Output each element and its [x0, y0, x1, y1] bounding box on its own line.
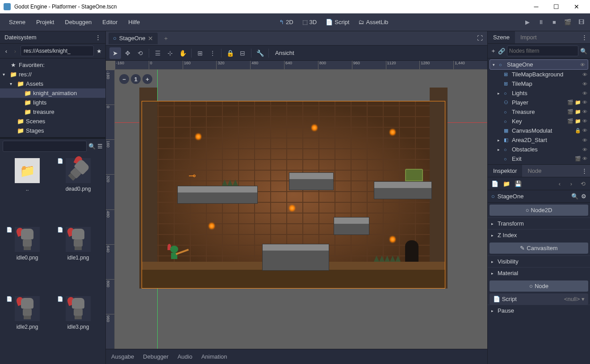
- play-button[interactable]: ▶: [522, 17, 533, 28]
- fs-tree-item[interactable]: 📁knight_animation: [0, 88, 105, 98]
- close-button[interactable]: ✕: [566, 0, 586, 13]
- fs-tree-item[interactable]: ▾📁Assets: [0, 79, 105, 88]
- file-item[interactable]: 📄idle2.png: [3, 294, 52, 361]
- pause-button[interactable]: ⏸: [536, 17, 546, 28]
- scene-node[interactable]: ○Treasure🎬 📁 👁: [488, 107, 590, 117]
- minimize-button[interactable]: ─: [526, 0, 546, 13]
- select-tool[interactable]: ➤: [109, 47, 121, 59]
- scene-node[interactable]: ▸○Obstacles 👁: [488, 145, 590, 154]
- prop-material[interactable]: ▸Material: [488, 267, 590, 279]
- inspector-filter-icon[interactable]: ⚙: [581, 193, 586, 200]
- output-tab[interactable]: Ausgabe: [111, 353, 134, 360]
- menu-editor[interactable]: Editor: [97, 15, 123, 29]
- fs-tree-item[interactable]: 📁Scenes: [0, 117, 105, 126]
- close-tab-icon[interactable]: ✕: [148, 35, 153, 42]
- fs-tree-item[interactable]: 📁Stages: [0, 126, 105, 135]
- nav-back-button[interactable]: ‹: [3, 46, 10, 56]
- import-dock-tab[interactable]: Import: [515, 31, 542, 43]
- view-mode-icon[interactable]: ☰: [97, 143, 103, 150]
- prop-script[interactable]: 📄 Script <null> ▾: [490, 293, 588, 305]
- audio-tab[interactable]: Audio: [177, 353, 192, 360]
- prop-zindex[interactable]: ▸Z Index: [488, 229, 590, 241]
- menu-project[interactable]: Projekt: [31, 15, 59, 29]
- add-node-button[interactable]: ＋: [490, 46, 496, 56]
- stop-button[interactable]: ■: [549, 17, 560, 28]
- dock-menu-icon[interactable]: ⋮: [579, 31, 590, 43]
- play-custom-button[interactable]: 🎞: [576, 17, 586, 28]
- node-tab[interactable]: Node: [522, 165, 547, 177]
- bone-tool[interactable]: 🔧: [254, 47, 266, 59]
- path-input[interactable]: [21, 46, 94, 56]
- play-scene-button[interactable]: 🎬: [562, 17, 573, 28]
- scene-node[interactable]: ▸○Lights 👁: [488, 88, 590, 98]
- filter-search-icon[interactable]: 🔍: [580, 46, 587, 56]
- group-tool[interactable]: ⊟: [237, 47, 248, 59]
- move-tool[interactable]: ✥: [122, 47, 134, 59]
- menu-scene[interactable]: Szene: [4, 15, 31, 29]
- fs-tree-item[interactable]: 📁treasure: [0, 107, 105, 117]
- file-item[interactable]: 📄idle0.png: [3, 225, 52, 292]
- maximize-button[interactable]: ☐: [546, 0, 566, 13]
- viewport[interactable]: -1600160320480640800960112012801,440 -16…: [106, 61, 487, 349]
- scene-node[interactable]: ⊞TileMapBackground 👁: [488, 70, 590, 79]
- inspector-search-icon[interactable]: 🔍: [571, 193, 578, 200]
- scene-node[interactable]: ⚇Player🎬 📁 👁: [488, 98, 590, 107]
- section-node2d[interactable]: ○Node2D: [490, 205, 588, 216]
- scene-node[interactable]: ▸◧Area2D_Start 👁: [488, 135, 590, 145]
- prop-pause[interactable]: ▸Pause: [488, 305, 590, 316]
- mode-script[interactable]: 📄 Script: [321, 16, 354, 28]
- rotate-tool[interactable]: ⟲: [134, 47, 146, 59]
- load-resource-icon[interactable]: 📁: [502, 179, 511, 188]
- menu-debug[interactable]: Debuggen: [59, 15, 97, 29]
- mode-3d[interactable]: ⬚ 3D: [298, 16, 322, 28]
- scene-node[interactable]: ⊞TileMap 👁: [488, 79, 590, 88]
- node-filter-input[interactable]: [507, 46, 578, 56]
- zoom-out-button[interactable]: −: [119, 74, 129, 84]
- scene-tab-stageone[interactable]: ○StageOne✕: [109, 33, 158, 44]
- snap-options[interactable]: ⋮: [207, 47, 218, 59]
- ruler-tool[interactable]: ⊹: [164, 47, 176, 59]
- fs-tree-item[interactable]: ▾📁res://: [0, 70, 105, 79]
- zoom-reset-button[interactable]: 1: [131, 74, 141, 84]
- snap-tool[interactable]: ⊞: [194, 47, 206, 59]
- instance-button[interactable]: 🔗: [498, 46, 505, 56]
- pan-tool[interactable]: ✋: [177, 47, 188, 59]
- animation-tab[interactable]: Animation: [201, 353, 227, 360]
- nav-fwd-button[interactable]: ›: [12, 46, 19, 56]
- section-node[interactable]: ○Node: [490, 280, 588, 292]
- file-item[interactable]: 📄dead0.png: [54, 156, 103, 223]
- history-icon[interactable]: ⟲: [578, 179, 587, 188]
- filesystem-tab[interactable]: Dateisystem⋮: [0, 31, 105, 44]
- save-resource-icon[interactable]: 💾: [514, 179, 523, 188]
- debugger-tab[interactable]: Debugger: [143, 353, 168, 360]
- file-item[interactable]: 📄idle1.png: [54, 225, 103, 292]
- scene-node[interactable]: ○Exit🎬 👁: [488, 154, 590, 163]
- favorites-row[interactable]: ★Favoriten:: [0, 60, 105, 70]
- file-item[interactable]: 📁..: [3, 156, 52, 223]
- menu-help[interactable]: Hilfe: [123, 15, 145, 29]
- inspector-menu-icon[interactable]: ⋮: [579, 165, 590, 177]
- scene-node[interactable]: ▾○StageOne 👁: [490, 59, 588, 70]
- distraction-free-icon[interactable]: ⛶: [475, 33, 485, 43]
- section-canvasitem[interactable]: ✎CanvasItem: [490, 243, 588, 254]
- file-item[interactable]: 📄idle3.png: [54, 294, 103, 361]
- inspector-tab[interactable]: Inspektor: [488, 165, 522, 177]
- list-tool[interactable]: ☰: [152, 47, 163, 59]
- scene-dock-tab[interactable]: Szene: [488, 31, 515, 43]
- search-icon[interactable]: 🔍: [88, 143, 96, 150]
- mode-2d[interactable]: ↰ 2D: [275, 16, 298, 28]
- zoom-in-button[interactable]: +: [142, 74, 152, 84]
- file-search-input[interactable]: [3, 141, 87, 152]
- lock-tool[interactable]: 🔒: [224, 47, 236, 59]
- panel-menu-icon[interactable]: ⋮: [95, 34, 101, 41]
- prop-visibility[interactable]: ▸Visibility: [488, 255, 590, 267]
- mode-assetlib[interactable]: 🗂 AssetLib: [354, 16, 393, 28]
- scene-node[interactable]: ○Key🎬 📁 👁: [488, 117, 590, 126]
- favorite-button[interactable]: ★: [96, 46, 103, 56]
- fs-tree-item[interactable]: 📁lights: [0, 98, 105, 107]
- new-tab-button[interactable]: ＋: [159, 33, 172, 44]
- scene-node[interactable]: ▦CanvasModulat🔒 👁: [488, 126, 590, 135]
- prop-transform[interactable]: ▸Transform: [488, 218, 590, 229]
- history-fwd-icon[interactable]: ›: [567, 179, 576, 188]
- new-resource-icon[interactable]: 📄: [490, 179, 499, 188]
